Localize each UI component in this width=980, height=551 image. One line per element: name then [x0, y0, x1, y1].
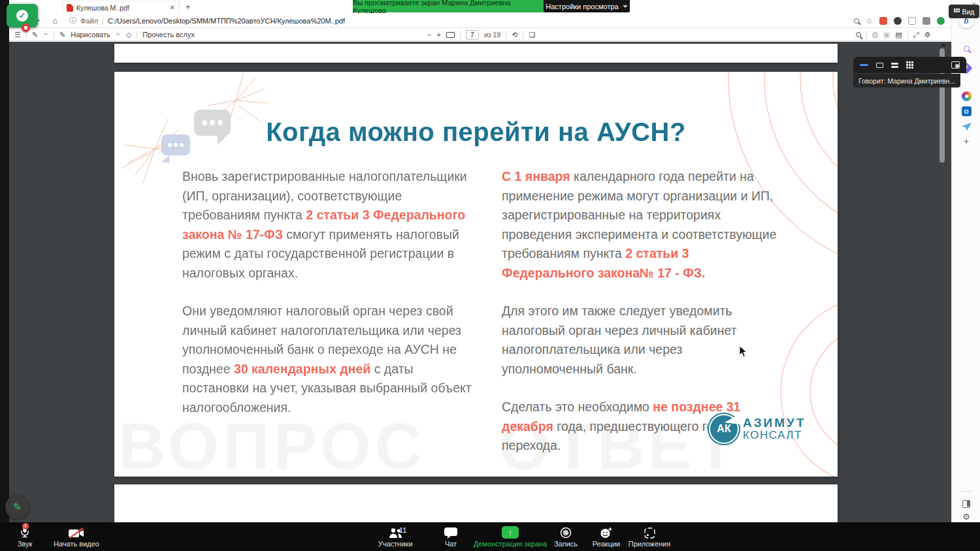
apps-icon: [644, 527, 655, 539]
extension-icon-2[interactable]: [894, 17, 902, 25]
mouse-cursor: [739, 345, 747, 358]
save-icon[interactable]: ▣: [883, 31, 890, 39]
chat-icon: [444, 527, 457, 539]
info-icon[interactable]: ⓘ: [69, 16, 76, 25]
annotate-pencil-button[interactable]: ✎: [5, 495, 29, 519]
chat-button[interactable]: Чат: [433, 524, 469, 548]
drop-icon[interactable]: [952, 123, 980, 131]
logo-badge: АК: [708, 413, 740, 445]
pdf-favicon-icon: [67, 4, 73, 12]
paragraph: Вновь зарегистрированные налогоплательщи…: [182, 167, 478, 283]
browser-window: Кулешова М..pdf ✕ + Вы просматриваете эк…: [9, 0, 980, 522]
pdf-settings-gear-icon[interactable]: ⚙: [924, 31, 930, 39]
apps-button[interactable]: Приложения: [626, 524, 673, 548]
chevron-down-icon: [623, 5, 628, 8]
sidebar-settings-gear-icon[interactable]: ⚙: [952, 512, 980, 522]
pdf-viewport[interactable]: ВОПРОС ОТВЕТ Когда можно перейти на АУСН…: [9, 42, 951, 522]
address-bar: ← ⟳ ⌂ ⓘ Файл | C:/Users/Lenovo/Desktop/S…: [9, 14, 980, 28]
record-button[interactable]: Запись: [549, 524, 582, 548]
slide-left-column: Вновь зарегистрированные налогоплательщи…: [182, 167, 478, 436]
toc-icon[interactable]: ☰: [14, 31, 21, 39]
url-text: C:/Users/Lenovo/Desktop/SMM/МТПП%20автоУ…: [108, 17, 345, 25]
antivirus-widget[interactable]: ✓: [7, 4, 38, 27]
pdf-page-next: [114, 484, 838, 522]
paragraph: Для этого им также следует уведомить нал…: [502, 302, 781, 379]
participants-button[interactable]: 11 Участники: [369, 524, 421, 548]
print-icon[interactable]: ⎙: [872, 31, 878, 39]
sidebar-panel-icon[interactable]: [962, 500, 970, 508]
pdf-page-previous: [114, 44, 838, 63]
extension-icon-1[interactable]: [879, 17, 887, 25]
scheme-label: Файл: [80, 17, 98, 25]
browser-tab[interactable]: Кулешова М..pdf ✕: [62, 1, 180, 14]
page-number-input[interactable]: 7: [466, 30, 479, 40]
speaker-strip-view-icon[interactable]: [891, 63, 898, 68]
highlighter-icon[interactable]: ✎: [32, 31, 38, 39]
scrollbar-up-icon[interactable]: [941, 43, 946, 46]
tab-title: Кулешова М..pdf: [76, 4, 167, 12]
paragraph: Они уведомляют налоговый орган через сво…: [182, 302, 478, 417]
smiley-plus-icon: [600, 527, 613, 539]
zoom-out-button[interactable]: −: [427, 31, 431, 39]
url-field[interactable]: ⓘ Файл | C:/Users/Lenovo/Desktop/SMM/МТП…: [69, 16, 854, 25]
camera-off-icon: [69, 527, 84, 539]
record-icon: [560, 527, 572, 539]
view-settings-label: Настройки просмотра: [546, 3, 618, 10]
popout-icon[interactable]: [951, 61, 960, 69]
slide-title: Когда можно перейти на АУСН?: [114, 118, 838, 147]
zoom-share-banner: Вы просматриваете экран Марина Дмитриевн…: [353, 0, 544, 12]
recording-indicator-icon: [22, 24, 30, 32]
rotate-icon[interactable]: ⟲: [512, 31, 517, 39]
grid-icon: [954, 8, 960, 14]
sidebar-search-icon[interactable]: [964, 46, 970, 52]
logo-line1: АЗИМУТ: [743, 417, 806, 430]
zoom-toolbar: ! Звук Начать видео: [0, 522, 980, 551]
draw-chevron-icon[interactable]: [116, 33, 121, 36]
screen: Кулешова М..pdf ✕ + Вы просматриваете эк…: [0, 0, 980, 551]
sidebar-add-icon[interactable]: +: [952, 136, 980, 146]
reactions-button[interactable]: Реакции: [587, 524, 625, 548]
page-view-icon[interactable]: ❏: [529, 31, 535, 39]
audio-button[interactable]: ! Звук: [8, 524, 42, 548]
zoom-view-panel: [853, 57, 966, 73]
audio-alert-badge: !: [22, 523, 29, 529]
view-label: Вид: [962, 8, 975, 16]
eraser-icon[interactable]: ◇: [126, 31, 131, 39]
highlighter-chevron-icon[interactable]: [43, 33, 48, 36]
pdf-toolbar: ☰ ✎ ✎ Нарисовать ◇ Прочесть вслух − + 7 …: [9, 28, 980, 41]
close-tab-icon[interactable]: ✕: [170, 4, 175, 11]
video-button[interactable]: Начать видео: [54, 524, 99, 548]
designer-icon[interactable]: [962, 91, 972, 101]
extension-icon-4[interactable]: [923, 17, 930, 25]
company-logo: АК АЗИМУТ КОНСАЛТ: [708, 413, 806, 445]
page-total-label: из 19: [484, 31, 500, 39]
extension-icon-3[interactable]: [908, 17, 916, 25]
draw-button[interactable]: Нарисовать: [71, 31, 110, 39]
home-icon[interactable]: ⌂: [46, 16, 64, 25]
gallery-view-icon[interactable]: [906, 61, 913, 69]
save-as-icon[interactable]: ▤: [895, 31, 902, 39]
minimize-icon[interactable]: [860, 64, 868, 66]
new-tab-button[interactable]: +: [186, 2, 191, 12]
extension-icon-5[interactable]: [937, 17, 945, 25]
logo-line2: КОНСАЛТ: [743, 430, 806, 441]
view-settings-button[interactable]: Настройки просмотра: [544, 0, 630, 12]
participants-count: 11: [399, 526, 406, 534]
read-aloud-button[interactable]: Прочесть вслух: [142, 31, 195, 39]
zoom-page-icon[interactable]: [854, 18, 859, 24]
draw-pen-icon[interactable]: ✎: [59, 31, 65, 39]
fullscreen-icon[interactable]: ⤢: [913, 31, 919, 39]
pdf-page-current: ВОПРОС ОТВЕТ Когда можно перейти на АУСН…: [114, 72, 838, 477]
share-screen-icon: ↑: [502, 526, 519, 539]
active-speaker-view-icon[interactable]: [876, 63, 883, 68]
speaking-indicator: Говорит: Марина Дмитриевн...: [853, 74, 960, 87]
zoom-view-button[interactable]: Вид: [949, 5, 979, 18]
favorites-star-icon[interactable]: ☆: [866, 16, 873, 25]
fit-width-icon[interactable]: [446, 32, 455, 38]
zoom-in-button[interactable]: +: [436, 31, 440, 39]
outlook-icon[interactable]: O: [962, 106, 972, 116]
sidebar-divider: [952, 491, 980, 492]
share-screen-button[interactable]: ↑ Демонстрация экрана: [470, 524, 551, 548]
check-shield-icon: ✓: [16, 10, 28, 22]
pdf-search-icon[interactable]: [856, 32, 861, 37]
